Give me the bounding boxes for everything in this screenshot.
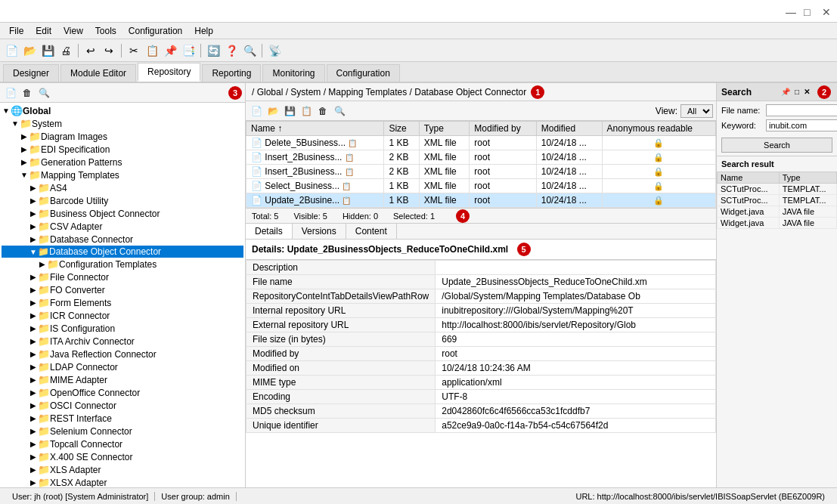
- tree-toggle-xls[interactable]: ▶: [29, 465, 38, 474]
- close-btn[interactable]: ✕: [822, 7, 831, 16]
- tree-toggle-dbconn[interactable]: ▶: [29, 235, 38, 243]
- tree-item-configtpl[interactable]: ▶ 📁 Configuration Templates: [2, 258, 243, 271]
- left-delete-btn[interactable]: 🗑: [20, 85, 35, 100]
- tree-toggle-ldap[interactable]: ▶: [29, 363, 38, 371]
- tab-designer[interactable]: Designer: [3, 64, 59, 82]
- tree-toggle-isconfig[interactable]: ▶: [29, 324, 38, 332]
- print-btn[interactable]: 🖨: [57, 42, 74, 59]
- undo-btn[interactable]: ↩: [82, 42, 99, 59]
- tree-toggle-edi[interactable]: ▶: [20, 145, 29, 153]
- tab-configuration[interactable]: Configuration: [327, 64, 400, 82]
- details-tab-content[interactable]: Content: [346, 224, 397, 239]
- details-tab-details[interactable]: Details: [246, 224, 293, 239]
- tree-toggle-topcall[interactable]: ▶: [29, 440, 38, 448]
- search-close-btn[interactable]: ✕: [802, 88, 811, 96]
- menu-tools[interactable]: Tools: [89, 24, 122, 38]
- tree-item-edi[interactable]: ▶ 📁 EDI Specification: [2, 143, 243, 156]
- wifi-btn[interactable]: 📡: [266, 42, 283, 59]
- new-btn[interactable]: 📄: [3, 42, 20, 59]
- tree-toggle-gen[interactable]: ▶: [20, 158, 29, 166]
- tree-toggle-as4[interactable]: ▶: [29, 184, 38, 192]
- save-btn[interactable]: 💾: [39, 42, 56, 59]
- tree-item-gen[interactable]: ▶ 📁 Generation Patterns: [2, 156, 243, 169]
- tree-toggle-fo[interactable]: ▶: [29, 286, 38, 294]
- table-row[interactable]: 📄 Insert_2Business... 📋 2 KB XML file ro…: [246, 165, 716, 179]
- left-search-btn[interactable]: 🔍: [36, 85, 51, 100]
- tree-toggle-icr[interactable]: ▶: [29, 311, 38, 320]
- left-new-btn[interactable]: 📄: [3, 85, 18, 100]
- tree-toggle-system[interactable]: ▼: [11, 119, 20, 128]
- search-result-row[interactable]: SCTutProc...TEMPLAT...: [718, 184, 837, 195]
- tree-item-boc[interactable]: ▶ 📁 Business Object Connector: [2, 207, 243, 220]
- tree-toggle-xlsx[interactable]: ▶: [29, 478, 38, 487]
- tree-item-rest[interactable]: ▶ 📁 REST Interface: [2, 412, 243, 425]
- tree-toggle-barcode[interactable]: ▶: [29, 196, 38, 205]
- redo-btn[interactable]: ↪: [101, 42, 117, 59]
- tree-item-csv[interactable]: ▶ 📁 CSV Adapter: [2, 220, 243, 233]
- tree-item-system[interactable]: ▼ 📁 System: [2, 117, 243, 130]
- search-filename-input[interactable]: [766, 104, 837, 116]
- menu-edit[interactable]: Edit: [29, 24, 57, 38]
- ct-search-btn[interactable]: 🔍: [332, 104, 347, 119]
- tree-toggle-java[interactable]: ▶: [29, 350, 38, 358]
- tree-toggle-diagram[interactable]: ▶: [20, 132, 29, 141]
- tree-item-topcall[interactable]: ▶ 📁 Topcall Connector: [2, 438, 243, 450]
- search-max-btn[interactable]: □: [793, 88, 801, 96]
- tree-item-diagram[interactable]: ▶ 📁 Diagram Images: [2, 130, 243, 143]
- cut-btn[interactable]: ✂: [126, 42, 142, 59]
- ct-copy-btn[interactable]: 📋: [299, 104, 314, 119]
- tree-item-xls[interactable]: ▶ 📁 XLS Adapter: [2, 463, 243, 476]
- tree-item-isconfig[interactable]: ▶ 📁 IS Configuration: [2, 322, 243, 335]
- tree-toggle-dboc[interactable]: ▼: [29, 248, 38, 256]
- tree-item-ldap[interactable]: ▶ 📁 LDAP Connector: [2, 360, 243, 373]
- tree-item-ita[interactable]: ▶ 📁 ITA Archiv Connector: [2, 335, 243, 348]
- tree-item-xlsx[interactable]: ▶ 📁 XLSX Adapter: [2, 476, 243, 487]
- search-pin-btn[interactable]: 📌: [780, 88, 792, 96]
- help-icon-btn[interactable]: ❓: [223, 42, 240, 59]
- tree-item-dboc[interactable]: ▼ 📁 Database Object Connector: [2, 246, 243, 258]
- tree-item-osci[interactable]: ▶ 📁 OSCI Connector: [2, 399, 243, 412]
- menu-view[interactable]: View: [57, 24, 89, 38]
- search-toolbar-btn[interactable]: 🔍: [241, 42, 258, 59]
- tree-item-barcode[interactable]: ▶ 📁 Barcode Utility: [2, 194, 243, 207]
- table-row[interactable]: 📄 Insert_2Business... 📋 2 KB XML file ro…: [246, 150, 716, 165]
- tree-item-mapping[interactable]: ▼ 📁 Mapping Templates: [2, 169, 243, 181]
- table-row[interactable]: 📄 Delete_5Business... 📋 1 KB XML file ro…: [246, 136, 716, 150]
- search-submit-btn[interactable]: Search: [721, 138, 832, 153]
- tree-item-icr[interactable]: ▶ 📁 ICR Connector: [2, 309, 243, 322]
- ct-delete-btn[interactable]: 🗑: [315, 104, 330, 119]
- details-tab-versions[interactable]: Versions: [293, 224, 346, 239]
- col-size[interactable]: Size: [384, 122, 419, 136]
- table-row[interactable]: 📄 Select_Business... 📋 1 KB XML file roo…: [246, 179, 716, 193]
- tree-item-as4[interactable]: ▶ 📁 AS4: [2, 181, 243, 194]
- tree-item-oo[interactable]: ▶ 📁 OpenOffice Connector: [2, 386, 243, 399]
- col-readable[interactable]: Anonymous readable: [602, 122, 715, 136]
- copy2-btn[interactable]: 📑: [180, 42, 197, 59]
- tree-container[interactable]: ▼ 🌐 Global ▼ 📁 System ▶ 📁 Diagram Images: [0, 103, 245, 487]
- ct-open-btn[interactable]: 📂: [265, 104, 281, 119]
- tree-item-java[interactable]: ▶ 📁 Java Reflection Connector: [2, 348, 243, 360]
- menu-help[interactable]: Help: [188, 24, 219, 38]
- tree-toggle-osci[interactable]: ▶: [29, 401, 38, 410]
- tree-toggle-form[interactable]: ▶: [29, 298, 38, 307]
- tree-item-fileconn[interactable]: ▶ 📁 File Connector: [2, 271, 243, 283]
- menu-configuration[interactable]: Configuration: [122, 24, 188, 38]
- minimize-btn[interactable]: —: [786, 7, 795, 16]
- copy-btn[interactable]: 📋: [144, 42, 160, 59]
- ct-new-btn[interactable]: 📄: [249, 104, 264, 119]
- maximize-btn[interactable]: □: [804, 7, 813, 16]
- tree-toggle-selenium[interactable]: ▶: [29, 427, 38, 435]
- col-modified[interactable]: Modified: [536, 122, 602, 136]
- tree-toggle-configtpl[interactable]: ▶: [38, 260, 47, 268]
- col-type[interactable]: Type: [419, 122, 469, 136]
- tree-item-selenium[interactable]: ▶ 📁 Selenium Connector: [2, 425, 243, 438]
- tree-toggle-boc[interactable]: ▶: [29, 209, 38, 218]
- tab-reporting[interactable]: Reporting: [202, 64, 261, 82]
- tree-item-global[interactable]: ▼ 🌐 Global: [2, 104, 243, 117]
- search-keyword-input[interactable]: [766, 119, 837, 131]
- tree-item-fo[interactable]: ▶ 📁 FO Converter: [2, 283, 243, 296]
- tree-toggle-rest[interactable]: ▶: [29, 414, 38, 422]
- search-result-row[interactable]: SCTutProc...TEMPLAT...: [718, 195, 837, 206]
- tree-toggle-oo[interactable]: ▶: [29, 388, 38, 397]
- refresh-btn[interactable]: 🔄: [205, 42, 222, 59]
